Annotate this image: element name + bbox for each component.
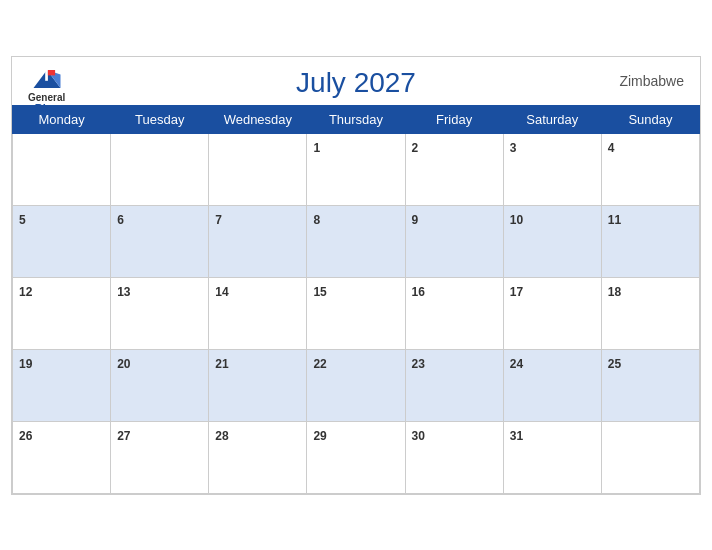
day-number: 11: [608, 213, 621, 227]
calendar-cell: 25: [601, 349, 699, 421]
day-number: 1: [313, 141, 320, 155]
country-label: Zimbabwe: [619, 73, 684, 89]
day-number: 24: [510, 357, 523, 371]
logo-blue-text: Blue: [35, 103, 59, 114]
weekday-header: Thursday: [307, 105, 405, 133]
day-number: 3: [510, 141, 517, 155]
day-number: 6: [117, 213, 124, 227]
day-number: 12: [19, 285, 32, 299]
day-number: 20: [117, 357, 130, 371]
calendar-table: MondayTuesdayWednesdayThursdayFridaySatu…: [12, 105, 700, 494]
calendar-cell: [209, 133, 307, 205]
day-number: 15: [313, 285, 326, 299]
calendar-cell: 14: [209, 277, 307, 349]
calendar-cell: 20: [111, 349, 209, 421]
day-number: 14: [215, 285, 228, 299]
day-number: 5: [19, 213, 26, 227]
day-number: 22: [313, 357, 326, 371]
calendar-cell: 13: [111, 277, 209, 349]
calendar-cell: 24: [503, 349, 601, 421]
day-number: 31: [510, 429, 523, 443]
calendar-cell: 15: [307, 277, 405, 349]
calendar-cell: 7: [209, 205, 307, 277]
calendar-cell: [13, 133, 111, 205]
calendar-cell: [601, 421, 699, 493]
day-number: 9: [412, 213, 419, 227]
weekday-header: Friday: [405, 105, 503, 133]
day-number: 30: [412, 429, 425, 443]
day-number: 17: [510, 285, 523, 299]
calendar-cell: 6: [111, 205, 209, 277]
svg-rect-3: [48, 70, 55, 75]
day-number: 8: [313, 213, 320, 227]
calendar-cell: 29: [307, 421, 405, 493]
calendar-body: 1234567891011121314151617181920212223242…: [13, 133, 700, 493]
day-number: 28: [215, 429, 228, 443]
calendar-cell: [111, 133, 209, 205]
calendar-cell: 23: [405, 349, 503, 421]
day-number: 26: [19, 429, 32, 443]
weekday-header: Sunday: [601, 105, 699, 133]
calendar-cell: 10: [503, 205, 601, 277]
calendar-cell: 3: [503, 133, 601, 205]
day-number: 27: [117, 429, 130, 443]
day-number: 4: [608, 141, 615, 155]
calendar-cell: 2: [405, 133, 503, 205]
day-number: 10: [510, 213, 523, 227]
calendar-cell: 12: [13, 277, 111, 349]
calendar-cell: 9: [405, 205, 503, 277]
calendar-cell: 4: [601, 133, 699, 205]
day-number: 21: [215, 357, 228, 371]
month-title: July 2027: [296, 67, 416, 99]
weekday-header: Tuesday: [111, 105, 209, 133]
calendar-cell: 27: [111, 421, 209, 493]
weekday-header: Saturday: [503, 105, 601, 133]
calendar-cell: 5: [13, 205, 111, 277]
calendar-cell: 19: [13, 349, 111, 421]
logo-general-text: General: [28, 93, 65, 103]
calendar-cell: 28: [209, 421, 307, 493]
calendar-cell: 11: [601, 205, 699, 277]
day-number: 18: [608, 285, 621, 299]
calendar-cell: 21: [209, 349, 307, 421]
calendar-cell: 8: [307, 205, 405, 277]
generalblue-logo-icon: [29, 65, 65, 93]
day-number: 19: [19, 357, 32, 371]
calendar-cell: 26: [13, 421, 111, 493]
day-number: 25: [608, 357, 621, 371]
calendar-cell: 31: [503, 421, 601, 493]
calendar-week-row: 262728293031: [13, 421, 700, 493]
day-number: 13: [117, 285, 130, 299]
calendar-cell: 1: [307, 133, 405, 205]
calendar-week-row: 19202122232425: [13, 349, 700, 421]
calendar-week-row: 567891011: [13, 205, 700, 277]
calendar-week-row: 12131415161718: [13, 277, 700, 349]
weekday-header: Wednesday: [209, 105, 307, 133]
weekday-header-row: MondayTuesdayWednesdayThursdayFridaySatu…: [13, 105, 700, 133]
svg-rect-2: [45, 70, 48, 81]
calendar-cell: 16: [405, 277, 503, 349]
calendar-week-row: 1234: [13, 133, 700, 205]
calendar-cell: 30: [405, 421, 503, 493]
calendar-header: General Blue July 2027 Zimbabwe: [12, 57, 700, 105]
logo-area: General Blue: [28, 65, 65, 114]
day-number: 29: [313, 429, 326, 443]
day-number: 23: [412, 357, 425, 371]
calendar-cell: 22: [307, 349, 405, 421]
calendar-cell: 18: [601, 277, 699, 349]
day-number: 2: [412, 141, 419, 155]
calendar: General Blue July 2027 Zimbabwe MondayTu…: [11, 56, 701, 495]
calendar-cell: 17: [503, 277, 601, 349]
day-number: 16: [412, 285, 425, 299]
day-number: 7: [215, 213, 222, 227]
